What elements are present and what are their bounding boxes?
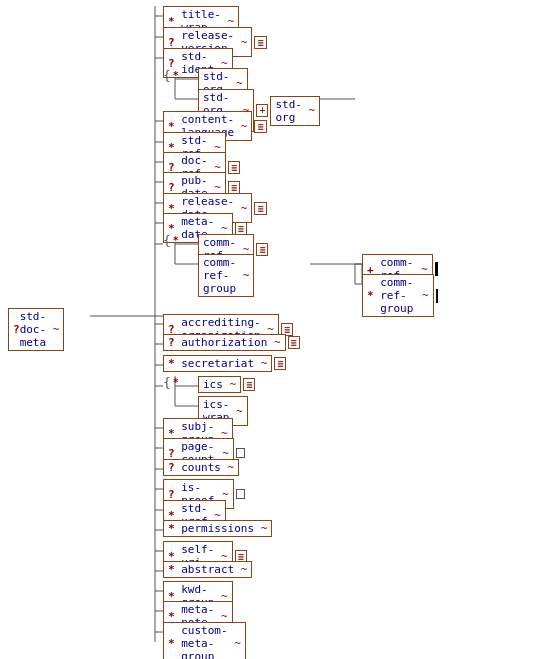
dark-bar-2 [436, 289, 438, 303]
comm-ref-group-star-node: * comm-ref-group ~ [362, 274, 438, 317]
list-icon: ≣ [254, 36, 266, 49]
std-org-inline: std-org ~ [270, 96, 320, 126]
branch-ics: { * [163, 376, 179, 389]
abstract-node: * abstract ~ [163, 561, 252, 578]
list-icon-6: ≣ [235, 222, 247, 235]
empty-icon-2 [236, 489, 245, 499]
list-icon-4: ≣ [228, 181, 240, 194]
empty-icon [236, 448, 245, 458]
branch-left-symbol-3: { [163, 376, 171, 389]
authorization-node: ? authorization ~ ≣ [163, 334, 300, 351]
branch-std-ident: { * [163, 69, 179, 82]
branch-comm-ref: { * [163, 234, 179, 247]
ics-node: ics ~ ≣ [198, 376, 255, 393]
list-icon-9: ≣ [288, 336, 300, 349]
custom-meta-group-node: * custom-meta-group ~ [163, 622, 246, 659]
list-icon-2: ≣ [254, 120, 266, 133]
comm-ref-group-node: comm-ref-group ~ [198, 254, 254, 297]
branch-left-symbol-2: { [163, 234, 171, 247]
branch-left-symbol: { [163, 69, 171, 82]
list-icon-7: ≣ [256, 243, 268, 256]
secretariat-node: * secretariat ~ ≣ [163, 355, 286, 372]
list-icon-5: ≣ [254, 202, 266, 215]
list-icon-11: ≣ [243, 378, 255, 391]
list-icon-10: ≣ [274, 357, 286, 370]
std-doc-meta-node: ? std-doc-meta ~ [8, 308, 64, 351]
root-node: ? std-doc-meta ~ [8, 308, 64, 351]
permissions-node: * permissions ~ [163, 520, 272, 537]
tree-diagram: ? std-doc-meta ~ * title-wrap ~ ? releas… [0, 0, 539, 659]
counts-node: ? counts ~ [163, 459, 239, 476]
